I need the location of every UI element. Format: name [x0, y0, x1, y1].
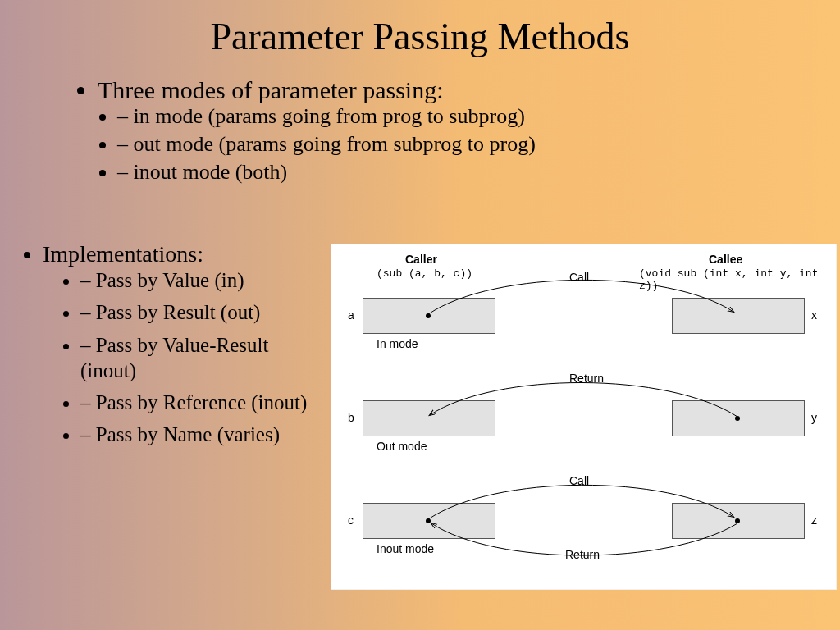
row0-left: a	[348, 308, 354, 322]
diagram: Caller (sub (a, b, c)) Callee (void sub …	[331, 244, 836, 589]
row1-dot	[735, 416, 740, 421]
implementations-block: Implementations: Pass by Value (in) Pass…	[0, 241, 328, 630]
row2-mode: Inout mode	[377, 542, 434, 555]
modes-list: in mode (params going from prog to subpr…	[98, 104, 840, 185]
row2-left-dot	[426, 518, 431, 523]
row2-right-dot	[735, 518, 740, 523]
callee-title: Callee	[709, 253, 742, 266]
modes-item: inout mode (both)	[117, 160, 840, 185]
modes-block: Three modes of parameter passing: in mod…	[78, 76, 840, 185]
modes-item: out mode (params going from subprog to p…	[117, 132, 840, 157]
row0-dot	[426, 313, 431, 318]
caller-title: Caller	[405, 253, 437, 266]
row0-mode: In mode	[377, 337, 418, 350]
row2-bottom-label: Return	[565, 548, 600, 561]
row0-right-box	[672, 298, 805, 334]
impl-item: Pass by Name (varies)	[80, 422, 328, 447]
row1-right: y	[811, 411, 817, 424]
row1-left: b	[348, 411, 354, 424]
impl-item: Pass by Reference (inout)	[80, 390, 328, 415]
implementations-heading: Implementations:	[43, 241, 203, 267]
impl-item: Pass by Value (in)	[80, 267, 328, 293]
impl-item: Pass by Value-Result (inout)	[80, 332, 328, 384]
slide-title: Parameter Passing Methods	[0, 0, 840, 58]
row0-top-label: Call	[569, 271, 589, 284]
row2-right: z	[811, 514, 817, 527]
modes-item: in mode (params going from prog to subpr…	[117, 104, 840, 129]
impl-item: Pass by Result (out)	[80, 299, 328, 325]
implementations-heading-item: Implementations: Pass by Value (in) Pass…	[43, 241, 328, 448]
row1-mode: Out mode	[377, 440, 427, 453]
row2-top-label: Call	[569, 474, 589, 487]
implementations-list: Pass by Value (in) Pass by Result (out) …	[62, 267, 328, 448]
caller-code: (sub (a, b, c))	[377, 267, 472, 280]
row2-left: c	[348, 514, 354, 527]
modes-heading: Three modes of parameter passing:	[98, 76, 444, 103]
row1-left-box	[363, 400, 495, 436]
row1-top-label: Return	[569, 372, 604, 385]
modes-heading-item: Three modes of parameter passing: in mod…	[98, 76, 840, 185]
row0-right: x	[811, 308, 817, 322]
callee-code: (void sub (int x, int y, int z))	[639, 267, 836, 292]
